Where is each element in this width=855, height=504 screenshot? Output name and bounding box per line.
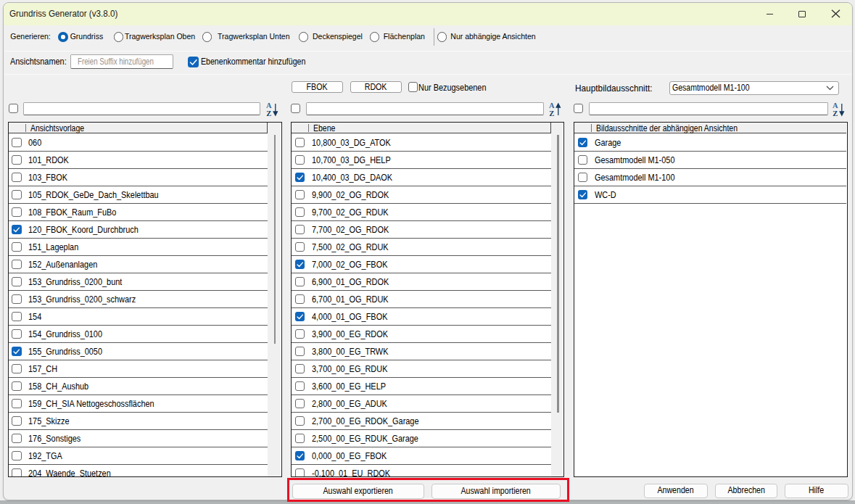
- svg-text:Z: Z: [266, 110, 271, 117]
- svg-text:Z: Z: [833, 110, 838, 117]
- svg-text:A: A: [549, 102, 555, 110]
- svg-text:Z: Z: [549, 110, 554, 117]
- svg-text:A: A: [266, 102, 272, 110]
- svg-text:A: A: [833, 102, 838, 110]
